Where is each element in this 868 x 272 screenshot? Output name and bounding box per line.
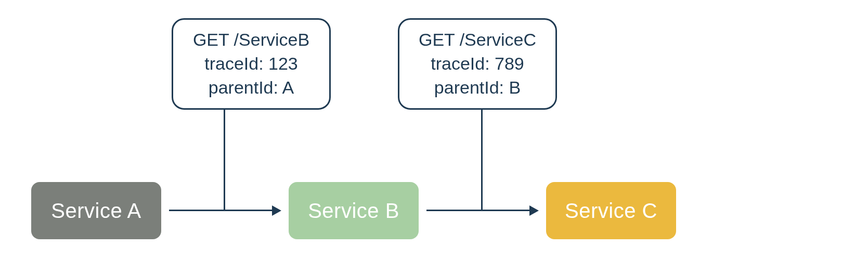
callout-ab-stem: [224, 108, 225, 211]
service-a-box: Service A: [31, 182, 161, 239]
callout-bc-parent: parentId: B: [434, 76, 521, 100]
arrow-b-to-c-head: [529, 205, 539, 216]
callout-bc-trace: traceId: 789: [431, 52, 524, 76]
trace-diagram: Service A GET /ServiceB traceId: 123 par…: [0, 0, 868, 272]
service-a-label: Service A: [51, 199, 141, 223]
callout-ab-request: GET /ServiceB: [193, 28, 309, 52]
callout-ab-parent: parentId: A: [209, 76, 294, 100]
arrow-b-to-c: [426, 210, 530, 211]
callout-bc-request: GET /ServiceC: [419, 28, 536, 52]
arrow-a-to-b-head: [272, 205, 281, 216]
callout-bc-stem: [481, 108, 483, 211]
service-c-label: Service C: [565, 199, 657, 223]
callout-b-to-c: GET /ServiceC traceId: 789 parentId: B: [398, 18, 557, 110]
service-b-label: Service B: [308, 199, 399, 223]
callout-ab-trace: traceId: 123: [204, 52, 298, 76]
service-b-box: Service B: [289, 182, 419, 239]
service-c-box: Service C: [546, 182, 676, 239]
callout-a-to-b: GET /ServiceB traceId: 123 parentId: A: [172, 18, 331, 110]
arrow-a-to-b: [169, 210, 273, 211]
